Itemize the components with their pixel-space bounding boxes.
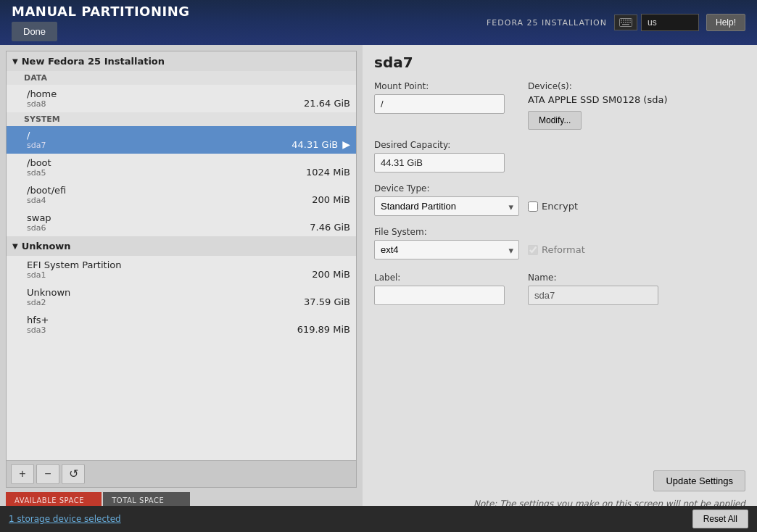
- part-device: sda6: [27, 223, 51, 233]
- language-input[interactable]: [641, 14, 699, 31]
- filesystem-row: ext4 ext3 ext2 xfs swap vfat Reformat: [374, 240, 745, 259]
- modify-button[interactable]: Modify...: [528, 111, 582, 130]
- part-right: 21.64 GiB: [304, 98, 350, 109]
- top-bar-right: FEDORA 25 INSTALLATION: [487, 14, 745, 31]
- storage-device-link[interactable]: 1 storage device selected: [9, 514, 121, 524]
- keyboard-icon[interactable]: [614, 14, 637, 30]
- keyboard-svg: [619, 18, 632, 27]
- name-group: Name:: [528, 273, 658, 305]
- data-section-label: DATA: [7, 71, 356, 85]
- help-button[interactable]: Help!: [706, 14, 745, 31]
- available-space-label: AVAILABLE SPACE: [15, 496, 93, 504]
- part-right: 200 MiB: [312, 269, 350, 280]
- name-input[interactable]: [528, 286, 658, 305]
- device-type-row: Standard Partition LVM LVM Thin Provisio…: [374, 196, 745, 216]
- mount-point-label: Mount Point:: [374, 81, 505, 91]
- part-size: 200 MiB: [312, 194, 350, 205]
- part-device: sda4: [27, 196, 66, 205]
- capacity-row: Desired Capacity:: [374, 140, 745, 173]
- total-space-label: TOTAL SPACE: [112, 496, 181, 504]
- svg-rect-7: [623, 22, 624, 23]
- reset-all-button[interactable]: Reset All: [692, 510, 748, 528]
- part-info: /boot/efi sda4: [27, 185, 66, 205]
- partition-list: ▼ New Fedora 25 Installation DATA /home …: [6, 51, 357, 461]
- svg-rect-6: [621, 22, 622, 23]
- unknown-group-label: Unknown: [22, 241, 71, 252]
- list-item[interactable]: Unknown sda2 37.59 GiB: [7, 283, 356, 311]
- mount-device-row: Mount Point: Device(s): ATA APPLE SSD SM…: [374, 81, 745, 130]
- device-info-group: Device(s): ATA APPLE SSD SM0128 (sda) Mo…: [528, 81, 667, 130]
- top-bar: MANUAL PARTITIONING Done FEDORA 25 INSTA…: [0, 0, 757, 45]
- part-right: 7.46 GiB: [310, 222, 350, 233]
- part-right: 44.31 GiB ▶: [291, 138, 350, 150]
- part-mount: EFI System Partition: [27, 259, 121, 270]
- svg-rect-3: [625, 20, 626, 21]
- desired-capacity-group: Desired Capacity:: [374, 140, 505, 173]
- group-arrow: ▼: [12, 57, 18, 65]
- filesystem-label: File System:: [374, 227, 427, 237]
- minus-icon: −: [44, 467, 51, 481]
- desired-capacity-input[interactable]: [374, 153, 505, 173]
- encrypt-label[interactable]: Encrypt: [542, 201, 578, 212]
- part-info: /boot sda5: [27, 157, 51, 178]
- part-right: 619.89 MiB: [297, 324, 350, 335]
- part-device: sda1: [27, 270, 121, 280]
- part-right: 200 MiB: [312, 194, 350, 205]
- device-type-select-wrapper: Standard Partition LVM LVM Thin Provisio…: [374, 196, 519, 216]
- refresh-button[interactable]: ↺: [62, 464, 85, 484]
- filesystem-select[interactable]: ext4 ext3 ext2 xfs swap vfat: [374, 240, 519, 259]
- part-info: /home sda8: [27, 88, 57, 109]
- label-input[interactable]: [374, 286, 505, 305]
- part-device: sda7: [27, 141, 46, 150]
- add-partition-button[interactable]: +: [11, 464, 34, 484]
- list-item[interactable]: /boot sda5 1024 MiB: [7, 154, 356, 181]
- part-mount: /: [27, 130, 46, 141]
- list-item[interactable]: hfs+ sda3 619.89 MiB: [7, 311, 356, 338]
- top-bar-left: MANUAL PARTITIONING Done: [12, 4, 190, 41]
- svg-rect-9: [627, 22, 629, 23]
- device-type-label-row: Device Type:: [374, 183, 745, 194]
- reformat-checkbox-group: Reformat: [528, 244, 585, 255]
- list-item[interactable]: /home sda8 21.64 GiB: [7, 85, 356, 112]
- device-type-select[interactable]: Standard Partition LVM LVM Thin Provisio…: [374, 196, 519, 216]
- unknown-group-header[interactable]: ▼ Unknown: [7, 236, 356, 256]
- part-size: 37.59 GiB: [304, 296, 350, 307]
- desired-capacity-label: Desired Capacity:: [374, 140, 505, 150]
- done-button[interactable]: Done: [12, 22, 57, 41]
- update-settings-button[interactable]: Update Settings: [653, 470, 745, 491]
- fedora-group-header[interactable]: ▼ New Fedora 25 Installation: [7, 51, 356, 71]
- fedora-group-label: New Fedora 25 Installation: [22, 56, 165, 67]
- list-toolbar: + − ↺: [6, 461, 357, 488]
- list-item[interactable]: /boot/efi sda4 200 MiB: [7, 181, 356, 209]
- main-content: ▼ New Fedora 25 Installation DATA /home …: [0, 45, 757, 532]
- filesystem-select-wrapper: ext4 ext3 ext2 xfs swap vfat: [374, 240, 519, 259]
- part-size: 7.46 GiB: [310, 222, 350, 233]
- page-title: MANUAL PARTITIONING: [12, 4, 190, 19]
- list-item[interactable]: / sda7 44.31 GiB ▶: [7, 126, 356, 154]
- list-item[interactable]: swap sda6 7.46 GiB: [7, 209, 356, 236]
- part-device: sda5: [27, 168, 51, 178]
- device-label: Device(s):: [528, 81, 667, 91]
- reformat-checkbox[interactable]: [528, 245, 538, 255]
- mount-point-input[interactable]: [374, 94, 505, 114]
- part-mount: /home: [27, 88, 57, 99]
- list-item[interactable]: EFI System Partition sda1 200 MiB: [7, 256, 356, 283]
- part-right: 37.59 GiB: [304, 296, 350, 307]
- encrypt-checkbox-group: Encrypt: [528, 201, 578, 212]
- fedora-label: FEDORA 25 INSTALLATION: [487, 18, 607, 28]
- part-info: swap sda6: [27, 212, 51, 233]
- keyboard-input: [614, 14, 699, 31]
- part-info: EFI System Partition sda1: [27, 259, 121, 280]
- part-size: 1024 MiB: [306, 167, 350, 178]
- remove-partition-button[interactable]: −: [36, 464, 59, 484]
- reformat-label: Reformat: [542, 244, 585, 255]
- refresh-icon: ↺: [69, 467, 78, 481]
- part-mount: hfs+: [27, 315, 49, 325]
- part-mount: Unknown: [27, 287, 70, 298]
- unknown-group-arrow: ▼: [12, 242, 18, 250]
- left-panel: ▼ New Fedora 25 Installation DATA /home …: [0, 45, 363, 532]
- part-device: sda3: [27, 325, 49, 335]
- bottom-bar: 1 storage device selected Reset All: [0, 506, 757, 532]
- part-size: 21.64 GiB: [304, 98, 350, 109]
- encrypt-checkbox[interactable]: [528, 201, 538, 212]
